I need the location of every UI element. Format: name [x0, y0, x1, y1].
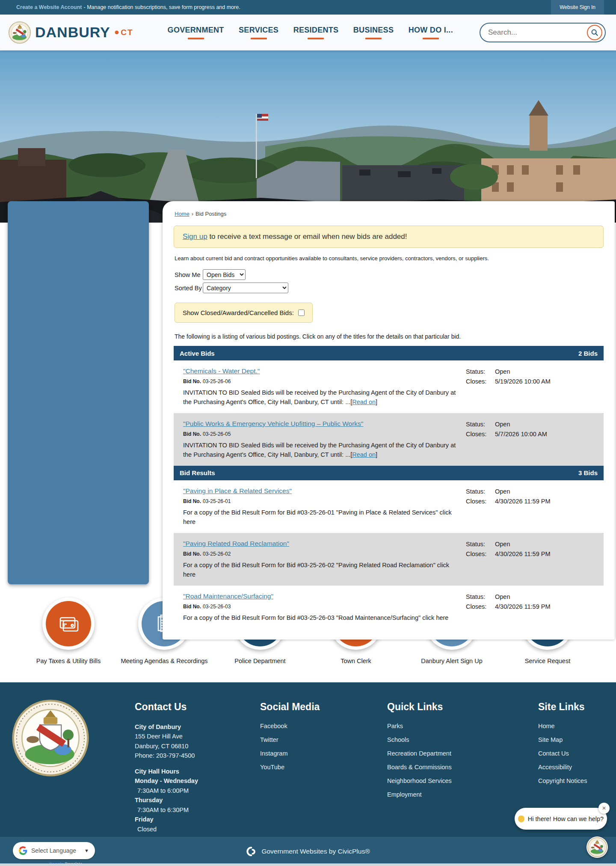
nav-underline: [188, 38, 204, 39]
quick-link-parks[interactable]: Parks: [387, 723, 403, 729]
breadcrumb-current: Bid Postings: [195, 211, 226, 217]
logo-city-name: DANBURY: [35, 24, 110, 41]
closes-value: 5/19/2026 10:00 AM: [495, 378, 551, 385]
quick-link-employment[interactable]: Employment: [387, 791, 422, 798]
search-box: [480, 23, 606, 42]
site-link-home[interactable]: Home: [538, 723, 555, 729]
page: { "top_bar": { "account_link": "Create a…: [0, 0, 616, 866]
social-link-twitter[interactable]: Twitter: [260, 736, 278, 743]
select-language-label: Select Language: [31, 847, 80, 854]
bid-number: Bid No.03-25-26-06: [183, 378, 458, 384]
civicplus-link[interactable]: Government Websites by CivicPlus®: [261, 848, 370, 855]
bid-row: "Road Maintenance/Surfacing" Bid No.03-2…: [174, 586, 604, 628]
contact-heading: Contact Us: [135, 701, 246, 713]
quick-link-label: Meeting Agendas & Recordings: [119, 658, 209, 664]
bid-title-link[interactable]: "Paving Related Road Reclamation": [183, 540, 289, 548]
site-link-contact-us[interactable]: Contact Us: [538, 750, 569, 757]
bid-description: For a copy of the Bid Result Form for Bi…: [183, 560, 458, 580]
site-link-accessibility[interactable]: Accessibility: [538, 764, 572, 771]
signup-link[interactable]: Sign up: [183, 232, 207, 241]
section-count: 2 Bids: [578, 350, 598, 357]
signup-text: to receive a text message or email when …: [207, 232, 407, 241]
sorted-by-filter: Sorted By Category: [175, 283, 603, 293]
contact-phone: Phone: 203-797-4500: [135, 751, 246, 760]
bid-title-link[interactable]: "Paving in Place & Related Services": [183, 487, 292, 495]
chat-close-button[interactable]: ✕: [598, 803, 610, 814]
chat-bubble[interactable]: Hi there! How can we help? ✕: [515, 808, 607, 830]
status-value: Open: [495, 368, 510, 375]
create-account-link[interactable]: Create a Website Account: [16, 4, 82, 10]
quick-link-schools[interactable]: Schools: [387, 736, 409, 743]
bid-status-block: Status:Open Closes:5/7/2026 10:00 AM: [466, 417, 594, 460]
quick-link-neighborhood[interactable]: Neighborhood Services: [387, 777, 452, 784]
closes-value: 4/30/2026 11:59 PM: [495, 603, 551, 610]
quick-link-recreation[interactable]: Recreation Department: [387, 750, 451, 757]
site-link-site-map[interactable]: Site Map: [538, 736, 563, 743]
read-on-link[interactable]: Read on: [352, 399, 376, 405]
bid-row: "Public Works & Emergency Vehicle Upfitt…: [174, 413, 604, 466]
contact-address2: Danbury, CT 06810: [135, 741, 246, 751]
nav-label: SERVICES: [239, 26, 278, 35]
show-me-label: Show Me: [175, 271, 203, 278]
chat-launcher-button[interactable]: [586, 836, 608, 858]
bid-status-block: Status:Open Closes:4/30/2026 11:59 PM: [466, 537, 594, 580]
nav-item-business[interactable]: BUSINESS: [353, 26, 394, 39]
city-logo[interactable]: DANBURY • CT: [9, 21, 133, 44]
section-title: Bid Results: [180, 469, 215, 476]
nav-item-services[interactable]: SERVICES: [239, 26, 278, 39]
section-header-active-bids: Active Bids 2 Bids: [174, 346, 604, 360]
nav-underline: [308, 38, 324, 39]
hours-value: 7:30AM to 6:00PM: [135, 786, 246, 795]
bid-title-link[interactable]: "Road Maintenance/Surfacing": [183, 592, 273, 600]
quick-link-pay-taxes[interactable]: Pay Taxes & Utility Bills: [24, 594, 113, 682]
nav-label: RESIDENTS: [293, 26, 339, 35]
social-link-youtube[interactable]: YouTube: [260, 764, 284, 771]
waving-hand-icon: [518, 815, 524, 822]
select-language-dropdown[interactable]: Select Language ▼: [13, 842, 95, 859]
bottom-bar: Select Language ▼ Google Translate Gover…: [0, 837, 616, 866]
status-value: Open: [495, 593, 510, 600]
search-button[interactable]: [587, 25, 602, 40]
city-seal-large: [12, 699, 89, 777]
bid-number: Bid No.03-25-26-05: [183, 431, 458, 437]
status-value: Open: [495, 421, 510, 428]
bid-description: INVITATION TO BID Sealed Bids will be re…: [183, 440, 458, 460]
bid-title-link[interactable]: "Public Works & Emergency Vehicle Upfitt…: [183, 420, 363, 428]
breadcrumb-home-link[interactable]: Home: [175, 211, 190, 217]
civicplus-logo-icon: [246, 846, 257, 857]
breadcrumb-separator: ›: [192, 211, 193, 217]
nav-item-how-do-i[interactable]: HOW DO I...: [409, 26, 453, 39]
sorted-by-select[interactable]: Category: [203, 283, 288, 293]
quick-link-label: Danbury Alert Sign Up: [407, 658, 497, 664]
quick-link-label: Police Department: [215, 658, 305, 664]
show-me-filter: Show Me Open Bids: [175, 269, 603, 280]
quick-link-boards[interactable]: Boards & Commissions: [387, 764, 452, 771]
main-nav: GOVERNMENT SERVICES RESIDENTS BUSINESS H…: [168, 26, 453, 39]
social-link-instagram[interactable]: Instagram: [260, 750, 287, 757]
quick-link-label: Pay Taxes & Utility Bills: [24, 658, 113, 664]
contact-org: City of Danbury: [135, 722, 246, 732]
intro-text: Learn about current bid and contract opp…: [175, 255, 603, 262]
nav-item-government[interactable]: GOVERNMENT: [168, 26, 224, 39]
chat-message: Hi there! How can we help?: [528, 815, 604, 822]
status-value: Open: [495, 541, 510, 548]
search-input[interactable]: [488, 28, 587, 37]
bid-status-block: Status:Open Closes:4/30/2026 11:59 PM: [466, 590, 594, 622]
site-link-copyright[interactable]: Copyright Notices: [538, 777, 587, 784]
social-link-facebook[interactable]: Facebook: [260, 723, 287, 729]
quick-link-label: Town Clerk: [311, 658, 401, 664]
show-me-select[interactable]: Open Bids: [203, 269, 246, 280]
read-on-link[interactable]: Read on: [352, 451, 376, 458]
hours-days: Thursday: [135, 795, 246, 805]
account-description: - Manage notification subscriptions, sav…: [84, 4, 240, 10]
bid-title-link[interactable]: "Chemicals - Water Dept.": [183, 367, 260, 375]
contact-address1: 155 Deer Hill Ave: [135, 732, 246, 741]
nav-item-residents[interactable]: RESIDENTS: [293, 26, 339, 39]
credit-card-icon: [56, 612, 80, 636]
website-sign-in-button[interactable]: Website Sign In: [551, 0, 604, 15]
city-seal-icon: [9, 21, 31, 44]
closes-value: 4/30/2026 11:59 PM: [495, 551, 551, 557]
nav-label: HOW DO I...: [409, 26, 453, 35]
nav-underline: [251, 38, 267, 39]
show-closed-checkbox[interactable]: [298, 309, 305, 316]
